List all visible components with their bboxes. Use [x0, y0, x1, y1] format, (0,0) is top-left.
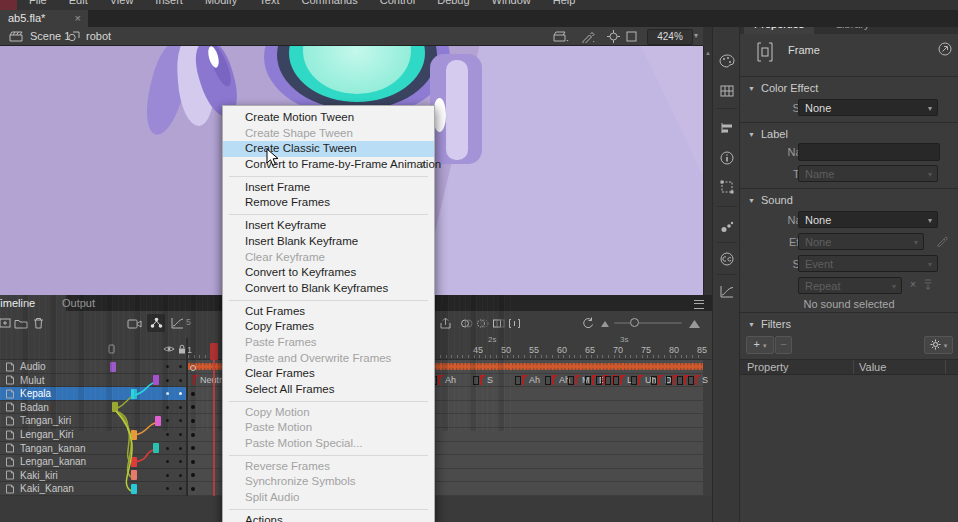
layer-row-kaki-kanan[interactable]: Kaki_Kanan — [0, 482, 186, 496]
scroll-up-icon[interactable]: ▲ — [705, 50, 711, 56]
layer-lock-dot[interactable] — [179, 392, 182, 395]
menu-item-actions[interactable]: Actions — [223, 513, 434, 522]
timeline-panel-menu-icon[interactable] — [694, 300, 704, 309]
cc-libraries-panel-icon[interactable] — [716, 248, 738, 270]
keyframe-dot[interactable] — [191, 405, 195, 409]
layer-parent-chip[interactable] — [155, 416, 161, 426]
menu-commands[interactable]: Commands — [290, 0, 368, 7]
layer-parent-chip[interactable] — [110, 362, 116, 372]
clip-content-icon[interactable] — [626, 31, 637, 42]
menu-edit[interactable]: Edit — [58, 0, 99, 7]
modify-markers-icon[interactable] — [505, 314, 523, 332]
layer-row-kaki-kiri[interactable]: Kaki_kiri — [0, 469, 186, 483]
label-name-input[interactable] — [798, 143, 940, 161]
layer-lock-dot[interactable] — [179, 365, 182, 368]
layer-lock-dot[interactable] — [179, 433, 182, 436]
menu-modify[interactable]: Modify — [194, 0, 248, 7]
layer-visibility-dot[interactable] — [166, 392, 169, 395]
menu-help[interactable]: Help — [542, 0, 587, 7]
menu-window[interactable]: Window — [481, 0, 542, 7]
frame-zoom-slider-knob[interactable] — [630, 318, 639, 327]
edit-scene-icon[interactable] — [553, 31, 569, 42]
app-logo[interactable] — [0, 0, 17, 10]
frame-zoom-slider-track[interactable] — [614, 322, 682, 324]
layer-visibility-dot[interactable] — [166, 487, 169, 490]
menu-item-copy-frames[interactable]: Copy Frames — [223, 319, 434, 335]
layer-visibility-dot[interactable] — [166, 433, 169, 436]
menu-item-cut-frames[interactable]: Cut Frames — [223, 304, 434, 320]
layer-depth-graph-icon[interactable] — [168, 314, 186, 332]
stage-vertical-scrollbar[interactable]: ▲ — [703, 46, 712, 295]
layer-visibility-dot[interactable] — [166, 460, 169, 463]
menu-text[interactable]: Text — [248, 0, 290, 7]
motion-editor-panel-icon[interactable] — [716, 280, 738, 302]
layer-lock-dot[interactable] — [179, 447, 182, 450]
menu-item-insert-frame[interactable]: Insert Frame — [223, 180, 434, 196]
section-color-effect[interactable]: ▼Color Effect — [748, 82, 818, 94]
layer-parent-chip[interactable] — [131, 470, 137, 480]
layer-visibility-dot[interactable] — [166, 419, 169, 422]
menu-item-insert-blank-keyframe[interactable]: Insert Blank Keyframe — [223, 234, 434, 250]
layer-lock-dot[interactable] — [179, 474, 182, 477]
add-filter-button[interactable]: + ▾ — [746, 336, 774, 354]
keyframe-dot[interactable] — [191, 473, 195, 477]
layer-parenting-view-icon[interactable] — [147, 314, 165, 332]
layer-visibility-dot[interactable] — [166, 365, 169, 368]
close-tab-icon[interactable]: × — [75, 10, 81, 27]
breadcrumb-scene[interactable]: Scene 1 — [30, 30, 70, 42]
layer-parent-chip[interactable] — [153, 375, 159, 385]
layer-parent-chip[interactable] — [131, 484, 137, 494]
layer-lock-dot[interactable] — [179, 487, 182, 490]
layer-parent-chip[interactable] — [131, 430, 137, 440]
layer-lock-dot[interactable] — [179, 406, 182, 409]
filter-options-button[interactable]: ▾ — [924, 336, 953, 354]
zoom-chevron-icon[interactable]: ▾ — [694, 31, 698, 40]
stage-zoom-value[interactable]: 424% — [647, 29, 693, 45]
keyframe-dot[interactable] — [191, 487, 195, 491]
layer-row-audio[interactable]: Audio — [0, 360, 186, 374]
keyframe-dot[interactable] — [191, 433, 195, 437]
layer-parent-chip[interactable] — [131, 457, 137, 467]
menu-item-clear-frames[interactable]: Clear Frames — [223, 366, 434, 382]
remove-filter-button[interactable]: − — [775, 336, 792, 354]
keyframe-dot[interactable] — [191, 460, 195, 464]
publish-frames-icon[interactable] — [436, 314, 454, 332]
menu-item-convert-to-frame-by-frame-animation[interactable]: Convert to Frame-by-Frame Animation› — [223, 157, 434, 173]
layer-row-lengan-kiri[interactable]: Lengan_Kiri — [0, 428, 186, 442]
keyframe-dot[interactable] — [191, 392, 195, 396]
layer-row-mulut[interactable]: Mulut — [0, 374, 186, 388]
layer-visibility-dot[interactable] — [166, 447, 169, 450]
breadcrumb-symbol[interactable]: robot — [86, 30, 111, 42]
layer-parent-chip[interactable] — [153, 443, 159, 453]
section-filters[interactable]: ▼Filters — [748, 318, 791, 330]
layer-visibility-dot[interactable] — [166, 474, 169, 477]
fluid-brush-panel-icon[interactable] — [716, 216, 738, 238]
delete-layer-icon[interactable] — [29, 314, 47, 332]
menu-item-remove-frames[interactable]: Remove Frames — [223, 195, 434, 211]
menu-item-convert-to-blank-keyframes[interactable]: Convert to Blank Keyframes — [223, 281, 434, 297]
layer-lock-dot[interactable] — [179, 460, 182, 463]
keyframe-dot[interactable] — [191, 419, 195, 423]
publish-share-icon[interactable] — [938, 42, 952, 56]
section-sound[interactable]: ▼Sound — [748, 194, 793, 206]
layer-row-tangan-kanan[interactable]: Tangan_kanan — [0, 442, 186, 456]
menu-item-create-motion-tween[interactable]: Create Motion Tween — [223, 110, 434, 126]
color-panel-icon[interactable] — [716, 50, 738, 72]
layer-visibility-dot[interactable] — [166, 406, 169, 409]
menu-control[interactable]: Control — [369, 0, 426, 7]
eye-column-icon[interactable] — [163, 345, 175, 353]
layer-row-tangan-kiri[interactable]: Tangan_kiri — [0, 414, 186, 428]
playhead-marker[interactable] — [210, 343, 218, 360]
document-tab[interactable]: ab5.fla* × — [0, 10, 88, 27]
align-panel-icon[interactable] — [716, 117, 738, 139]
layer-lock-dot[interactable] — [179, 419, 182, 422]
tab-output[interactable]: Output — [52, 295, 105, 311]
layer-row-lengan-kanan[interactable]: Lengan_kanan — [0, 455, 186, 469]
loop-playback-icon[interactable] — [578, 314, 596, 332]
new-folder-icon[interactable] — [12, 314, 30, 332]
layer-parent-chip[interactable] — [131, 389, 137, 399]
menu-insert[interactable]: Insert — [144, 0, 194, 7]
center-frame-icon[interactable] — [607, 30, 620, 43]
info-panel-icon[interactable] — [716, 147, 738, 169]
layer-visibility-dot[interactable] — [166, 379, 169, 382]
